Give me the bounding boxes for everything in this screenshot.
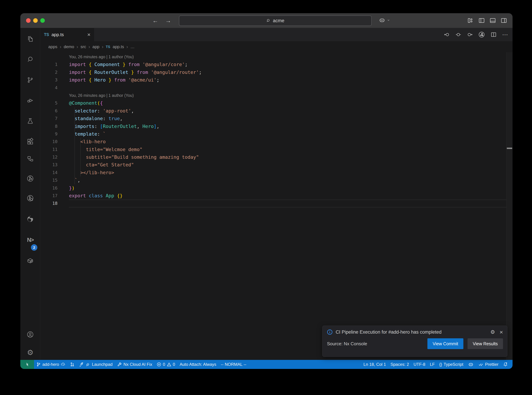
view-commit-button[interactable]: View Commit: [427, 338, 463, 349]
code-row[interactable]: 12 subtitle="Build something amazing tod…: [40, 153, 506, 161]
code-row[interactable]: 8 imports: [RouterOutlet, Hero],: [40, 123, 506, 130]
run-debug-icon[interactable]: [27, 97, 34, 104]
code-row[interactable]: 11 title="Welcmoe demo": [40, 146, 506, 153]
nx-graph-search-icon[interactable]: [27, 194, 34, 202]
tab-app-ts[interactable]: TS app.ts ×: [40, 28, 95, 41]
breadcrumb-overflow[interactable]: …: [130, 44, 134, 49]
code-line: template: `: [69, 130, 506, 138]
code-row[interactable]: 1import { Component } from '@angular/cor…: [40, 61, 506, 68]
nx-console-icon[interactable]: N>: [27, 236, 34, 244]
settings-gear-icon[interactable]: ⚙: [27, 349, 34, 357]
breadcrumb-item[interactable]: app: [92, 44, 99, 49]
code-row[interactable]: 9 template: `: [40, 130, 506, 138]
split-editor-icon[interactable]: [490, 31, 497, 38]
close-window-button[interactable]: [26, 18, 31, 23]
code-row[interactable]: 13 cta="Get Started": [40, 161, 506, 169]
breadcrumb-item[interactable]: src: [81, 44, 86, 49]
view-results-button[interactable]: View Results: [468, 338, 503, 349]
nx-project-graph-icon[interactable]: [27, 175, 34, 182]
close-icon[interactable]: ×: [500, 329, 503, 335]
toggle-panel-icon[interactable]: [489, 17, 496, 24]
git-compare-status[interactable]: [68, 360, 77, 369]
code-row[interactable]: 14 ></lib-hero>: [40, 169, 506, 176]
code-row[interactable]: 18: [40, 200, 506, 207]
vim-mode-status[interactable]: -- NORMAL --: [219, 360, 249, 369]
extensions-icon[interactable]: [27, 138, 34, 145]
eol-status[interactable]: LF: [428, 360, 437, 369]
notifications-bell[interactable]: [501, 360, 510, 369]
forward-icon[interactable]: →: [165, 17, 171, 24]
testing-icon[interactable]: [27, 117, 34, 125]
plug-icon: [86, 362, 90, 367]
error-count: 0: [163, 362, 165, 367]
nx-cloud-status[interactable]: Nx Cloud AI Fix: [115, 360, 155, 369]
change-icon[interactable]: [455, 32, 462, 38]
code-row[interactable]: 15 `,: [40, 176, 506, 184]
previous-change-icon[interactable]: [444, 32, 450, 38]
copilot-status[interactable]: [466, 360, 476, 369]
code-row[interactable]: 2import { RouterOutlet } from '@angular/…: [40, 68, 506, 76]
breadcrumb-item[interactable]: apps: [48, 44, 57, 49]
code-line: cta="Get Started": [69, 161, 506, 169]
copilot-menu[interactable]: [379, 17, 390, 24]
formatter-status[interactable]: Prettier: [476, 360, 501, 369]
line-number: 17: [40, 192, 69, 200]
code-row[interactable]: 17export class App {}: [40, 192, 506, 200]
code-row[interactable]: 3import { Hero } from '@acme/ui';: [40, 76, 506, 84]
next-change-icon[interactable]: [467, 32, 473, 38]
problems-status[interactable]: 0 0: [155, 360, 177, 369]
project-structure-icon[interactable]: [27, 155, 34, 163]
code-row[interactable]: 7 standalone: true,: [40, 115, 506, 122]
back-icon[interactable]: ←: [152, 17, 158, 24]
activity-bar: N> 2 ⚙: [20, 28, 40, 360]
line-number: 12: [40, 153, 69, 161]
code-row[interactable]: 16}): [40, 184, 506, 192]
console-icon[interactable]: [27, 215, 34, 223]
code-row[interactable]: 6 selector: 'app-root',: [40, 107, 506, 115]
language-status[interactable]: {} TypeScript: [437, 360, 465, 369]
line-number: 16: [40, 184, 69, 192]
breadcrumb-item[interactable]: demo: [64, 44, 74, 49]
code-line: import { RouterOutlet } from '@angular/r…: [69, 68, 506, 76]
explorer-icon[interactable]: [27, 35, 34, 43]
remote-indicator[interactable]: [20, 360, 34, 369]
zoom-window-button[interactable]: [40, 18, 45, 23]
more-actions-icon[interactable]: ⋯: [502, 31, 508, 38]
desktop-background: ← → acme: [0, 0, 532, 395]
command-center-search[interactable]: acme: [179, 16, 372, 26]
notification-settings-icon[interactable]: ⚙: [490, 329, 495, 335]
auto-attach-status[interactable]: Auto Attach: Always: [177, 360, 219, 369]
line-number: 2: [40, 68, 69, 76]
error-icon: [157, 362, 161, 367]
nx-graph-action-icon[interactable]: [478, 31, 485, 38]
customize-layout-icon[interactable]: [467, 17, 474, 24]
code-row[interactable]: 4: [40, 84, 506, 92]
line-number: 1: [40, 61, 69, 68]
nx-badge: 2: [31, 244, 37, 251]
code-row[interactable]: 10 <lib-hero: [40, 138, 506, 146]
cursor-position-status[interactable]: Ln 18, Col 1: [361, 360, 388, 369]
cloud-upload-icon: [61, 362, 65, 367]
toggle-secondary-sidebar-icon[interactable]: [500, 17, 507, 24]
indentation-status[interactable]: Spaces: 2: [388, 360, 411, 369]
encoding-status[interactable]: UTF-8: [411, 360, 428, 369]
line-number: 15: [40, 176, 69, 184]
overview-ruler[interactable]: [506, 52, 513, 360]
nx-cloud-label: Nx Cloud AI Fix: [124, 362, 152, 367]
code-area[interactable]: You, 26 minutes ago | 1 author (You)1imp…: [40, 53, 506, 207]
branch-status[interactable]: add-hero: [34, 360, 68, 369]
typescript-file-icon: TS: [106, 45, 110, 49]
code-row[interactable]: 5@Component({: [40, 99, 506, 107]
breadcrumb-file[interactable]: app.ts: [113, 44, 124, 49]
search-sidebar-icon[interactable]: [27, 56, 34, 63]
line-number: 5: [40, 99, 69, 107]
close-tab-icon[interactable]: ×: [87, 32, 91, 37]
double-check-icon: [478, 362, 484, 367]
container-icon[interactable]: [27, 257, 34, 265]
toggle-primary-sidebar-icon[interactable]: [478, 17, 485, 24]
launchpad-status[interactable]: Launchpad: [77, 360, 115, 369]
minimize-window-button[interactable]: [33, 18, 38, 23]
code-editor[interactable]: You, 26 minutes ago | 1 author (You)1imp…: [40, 52, 513, 360]
source-control-icon[interactable]: [27, 76, 34, 84]
account-icon[interactable]: [27, 331, 34, 338]
